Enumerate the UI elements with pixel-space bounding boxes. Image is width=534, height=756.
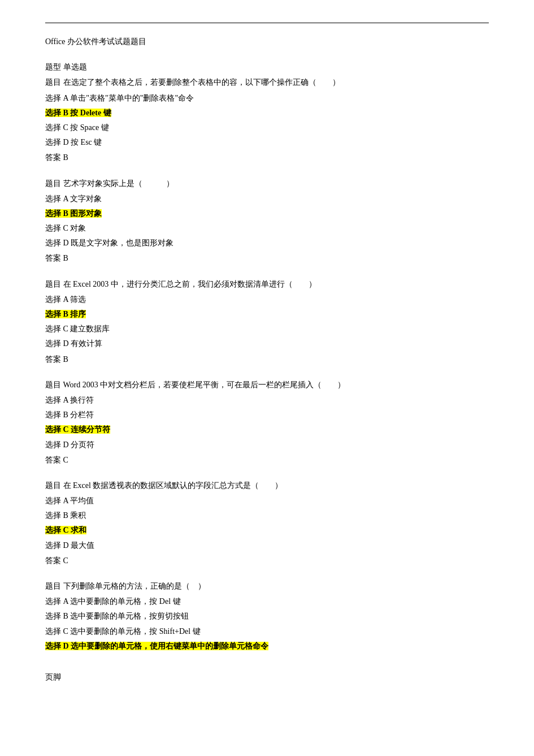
question-block-4: 题目 在 Excel 数据透视表的数据区域默认的字段汇总方式是（ ）选择 A 平… [45, 478, 489, 568]
question-text-0: 题目 在选定了整个表格之后，若要删除整个表格中的容，以下哪个操作正确（ ） [45, 75, 489, 89]
highlight-option-0-1: 选择 B 按 Delete 键 [45, 109, 111, 117]
option-0-2: 选择 C 按 Space 键 [45, 120, 489, 135]
questions-container: 题型 单选题题目 在选定了整个表格之后，若要删除整个表格中的容，以下哪个操作正确… [45, 60, 489, 653]
highlight-option-2-1: 选择 B 排序 [45, 310, 86, 318]
option-4-2: 选择 C 求和 [45, 523, 489, 537]
highlight-option-4-2: 选择 C 求和 [45, 526, 86, 534]
option-4-1: 选择 B 乘积 [45, 508, 489, 522]
highlight-option-1-1: 选择 B 图形对象 [45, 209, 102, 218]
option-3-0: 选择 A 换行符 [45, 393, 489, 407]
option-5-3: 选择 D 选中要删除的单元格，使用右键菜单中的删除单元格命令 [45, 639, 489, 653]
page-title: Office 办公软件考试试题题目 [45, 34, 489, 49]
option-1-1: 选择 B 图形对象 [45, 206, 489, 221]
footer: 页脚 [45, 670, 489, 684]
option-4-3: 选择 D 最大值 [45, 538, 489, 552]
question-text-4: 题目 在 Excel 数据透视表的数据区域默认的字段汇总方式是（ ） [45, 478, 489, 493]
answer-0: 答案 B [45, 150, 489, 165]
option-2-3: 选择 D 有效计算 [45, 336, 489, 351]
question-text-3: 题目 Word 2003 中对文档分栏后，若要使栏尾平衡，可在最后一栏的栏尾插入… [45, 378, 489, 392]
question-block-5: 题目 下列删除单元格的方法，正确的是（ ）选择 A 选中要删除的单元格，按 De… [45, 579, 489, 653]
answer-1: 答案 B [45, 251, 489, 265]
answer-2: 答案 B [45, 352, 489, 366]
option-1-0: 选择 A 文字对象 [45, 192, 489, 206]
option-2-1: 选择 B 排序 [45, 307, 489, 321]
option-3-1: 选择 B 分栏符 [45, 408, 489, 422]
option-5-1: 选择 B 选中要删除的单元格，按剪切按钮 [45, 609, 489, 623]
option-1-3: 选择 D 既是文字对象，也是图形对象 [45, 236, 489, 250]
option-3-3: 选择 D 分页符 [45, 438, 489, 452]
option-2-0: 选择 A 筛选 [45, 292, 489, 306]
question-type-0: 题型 单选题 [45, 60, 489, 74]
top-divider [45, 23, 489, 23]
option-0-1: 选择 B 按 Delete 键 [45, 106, 489, 120]
question-text-1: 题目 艺术字对象实际上是（ ） [45, 176, 489, 191]
option-0-0: 选择 A 单击"表格"菜单中的"删除表格"命令 [45, 91, 489, 105]
question-block-0: 题型 单选题题目 在选定了整个表格之后，若要删除整个表格中的容，以下哪个操作正确… [45, 60, 489, 165]
question-block-3: 题目 Word 2003 中对文档分栏后，若要使栏尾平衡，可在最后一栏的栏尾插入… [45, 378, 489, 467]
option-5-2: 选择 C 选中要删除的单元格，按 Shift+Del 键 [45, 624, 489, 638]
highlight-option-5-3: 选择 D 选中要删除的单元格，使用右键菜单中的删除单元格命令 [45, 642, 268, 650]
answer-3: 答案 C [45, 453, 489, 467]
question-block-1: 题目 艺术字对象实际上是（ ）选择 A 文字对象选择 B 图形对象选择 C 对象… [45, 176, 489, 266]
question-text-2: 题目 在 Excel 2003 中，进行分类汇总之前，我们必须对数据清单进行（ … [45, 277, 489, 291]
option-0-3: 选择 D 按 Esc 键 [45, 135, 489, 149]
option-4-0: 选择 A 平均值 [45, 494, 489, 508]
option-1-2: 选择 C 对象 [45, 221, 489, 235]
answer-4: 答案 C [45, 554, 489, 568]
question-text-5: 题目 下列删除单元格的方法，正确的是（ ） [45, 579, 489, 593]
question-block-2: 题目 在 Excel 2003 中，进行分类汇总之前，我们必须对数据清单进行（ … [45, 277, 489, 366]
option-5-0: 选择 A 选中要删除的单元格，按 Del 键 [45, 594, 489, 608]
option-2-2: 选择 C 建立数据库 [45, 322, 489, 336]
option-3-2: 选择 C 连续分节符 [45, 422, 489, 437]
highlight-option-3-2: 选择 C 连续分节符 [45, 425, 110, 434]
